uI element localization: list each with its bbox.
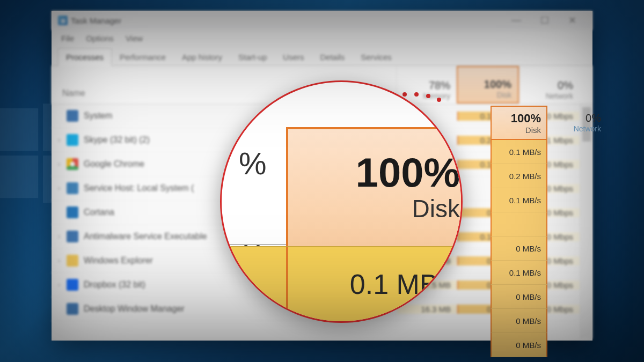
tab-details[interactable]: Details bbox=[312, 48, 353, 66]
disk-header-sharp-label: Disk bbox=[525, 125, 541, 135]
menu-options[interactable]: Options bbox=[86, 34, 114, 43]
process-icon bbox=[67, 279, 78, 291]
tab-services[interactable]: Services bbox=[353, 48, 400, 66]
svg-rect-2 bbox=[0, 156, 38, 198]
magnifier-disk-pct: 100% bbox=[356, 152, 460, 193]
tab-processes[interactable]: Processes bbox=[58, 48, 112, 66]
process-name: Dropbox (32 bit) bbox=[84, 280, 277, 290]
close-button[interactable]: ✕ bbox=[568, 14, 576, 26]
header-memory-pct: 78% bbox=[429, 79, 450, 92]
svg-rect-0 bbox=[0, 108, 38, 151]
disk-cell-sharp: 0 MB/s bbox=[491, 237, 547, 261]
tab-performance[interactable]: Performance bbox=[112, 48, 174, 66]
disk-cell-sharp: 0.2 MB/s bbox=[491, 164, 547, 188]
process-icon bbox=[67, 110, 78, 122]
process-icon bbox=[67, 303, 78, 315]
disk-cell-sharp: 0.1 MB/s bbox=[491, 140, 547, 164]
callout-dot-icon bbox=[426, 94, 430, 98]
header-network-pct: 0% bbox=[558, 79, 573, 92]
process-icon bbox=[67, 231, 78, 242]
process-icon bbox=[67, 255, 78, 267]
vertical-scrollbar[interactable] bbox=[580, 103, 592, 339]
header-disk-label: Disk bbox=[497, 91, 511, 99]
menu-view[interactable]: View bbox=[126, 34, 143, 43]
task-manager-icon: ▦ bbox=[58, 16, 68, 25]
process-icon bbox=[67, 206, 78, 218]
title-bar[interactable]: ▦ Task Manager — ☐ ✕ bbox=[52, 11, 592, 30]
network-header-sharp[interactable]: 0% Network bbox=[547, 106, 608, 138]
disk-cell-sharp: 0.1 MB/s bbox=[491, 188, 547, 212]
header-network-label: Network bbox=[546, 92, 573, 100]
tab-app-history[interactable]: App history bbox=[174, 48, 230, 66]
disk-header-sharp[interactable]: 100% Disk bbox=[491, 106, 547, 140]
maximize-button[interactable]: ☐ bbox=[540, 14, 549, 26]
desktop-background: ▦ Task Manager — ☐ ✕ File Options View P… bbox=[0, 0, 644, 362]
magnifier-prev-col-pct-glyph: % bbox=[239, 145, 267, 181]
header-network[interactable]: 0% Network bbox=[519, 66, 580, 104]
disk-cell-sharp: 0 MB/s bbox=[491, 333, 547, 357]
disk-cell-sharp: 0 MB/s bbox=[491, 309, 547, 333]
header-memory[interactable]: 78% Memory bbox=[396, 66, 457, 104]
process-name: Desktop Window Manager bbox=[84, 304, 277, 314]
expand-chevron-icon[interactable]: › bbox=[52, 233, 67, 240]
disk-cell-sharp bbox=[491, 212, 547, 237]
expand-chevron-icon[interactable]: › bbox=[52, 184, 67, 192]
process-icon bbox=[67, 158, 78, 170]
expand-chevron-icon[interactable]: › bbox=[52, 281, 67, 289]
window-title: Task Manager bbox=[71, 16, 511, 25]
process-memory: 16.3 MB bbox=[397, 305, 457, 314]
header-disk[interactable]: 100% Disk bbox=[457, 66, 519, 104]
header-name[interactable]: Name bbox=[52, 66, 303, 104]
magnifier-disk-label: Disk bbox=[412, 194, 460, 223]
disk-column-highlight: 100% Disk 0.1 MB/s0.2 MB/s0.1 MB/s0 MB/s… bbox=[491, 106, 547, 357]
process-icon bbox=[67, 182, 78, 194]
callout-dot-icon bbox=[437, 98, 441, 102]
process-name: System bbox=[84, 111, 277, 121]
tab-strip: Processes Performance App history Start-… bbox=[52, 46, 592, 66]
magnifier-disk-header: 100% Disk bbox=[286, 127, 463, 246]
expand-chevron-icon[interactable]: › bbox=[52, 136, 67, 144]
callout-dot-icon bbox=[414, 92, 419, 97]
expand-chevron-icon[interactable]: › bbox=[52, 257, 67, 264]
network-header-sharp-pct: 0% bbox=[586, 112, 601, 124]
menu-file[interactable]: File bbox=[61, 34, 74, 43]
network-header-sharp-label: Network bbox=[574, 124, 601, 133]
menu-bar: File Options View bbox=[52, 30, 592, 46]
minimize-button[interactable]: — bbox=[511, 14, 521, 26]
header-disk-pct: 100% bbox=[484, 78, 511, 91]
callout-dot-icon bbox=[402, 92, 407, 97]
disk-cell-sharp: 0 MB/s bbox=[491, 285, 547, 309]
tab-users[interactable]: Users bbox=[275, 48, 312, 66]
disk-header-sharp-pct: 100% bbox=[511, 112, 541, 125]
disk-cell-sharp: 0.1 MB/s bbox=[491, 261, 547, 285]
process-icon bbox=[67, 134, 78, 146]
magnifier-callout: % 100% Disk y 0.1 MB/s bbox=[220, 80, 463, 323]
tab-startup[interactable]: Start-up bbox=[230, 48, 275, 66]
expand-chevron-icon[interactable]: › bbox=[52, 160, 67, 168]
